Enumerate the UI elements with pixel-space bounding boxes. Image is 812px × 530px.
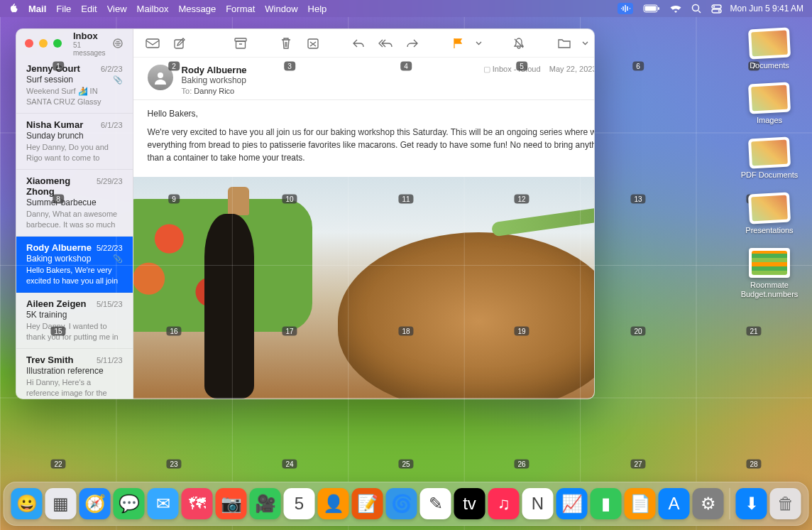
reply-icon[interactable] bbox=[348, 34, 369, 53]
svg-rect-10 bbox=[175, 40, 183, 48]
sender-avatar[interactable] bbox=[148, 65, 173, 90]
menu-edit[interactable]: Edit bbox=[81, 4, 97, 14]
dock-app[interactable]: ✉︎ bbox=[148, 488, 179, 519]
dock-app[interactable]: 💬 bbox=[114, 488, 145, 519]
menu-view[interactable]: View bbox=[107, 4, 127, 14]
dock-app[interactable]: tv bbox=[454, 488, 485, 519]
mute-icon[interactable] bbox=[508, 34, 530, 53]
dock-app[interactable]: ▦ bbox=[45, 488, 77, 519]
dock-app[interactable]: 🌀 bbox=[386, 488, 417, 519]
dock-app[interactable]: 📈 bbox=[556, 488, 588, 519]
list-preview: Hey Danny, I wanted to thank you for put… bbox=[26, 321, 123, 341]
list-subject: Surf session bbox=[26, 75, 73, 85]
dock-app[interactable]: 🎥 bbox=[250, 488, 281, 519]
message-item[interactable]: Trev Smith5/11/23 Illustration reference… bbox=[16, 349, 133, 399]
dock-app[interactable]: A bbox=[659, 488, 690, 519]
zoom-button[interactable] bbox=[53, 39, 62, 48]
folder-icon bbox=[748, 137, 791, 169]
dock-app[interactable]: 5 bbox=[284, 488, 315, 519]
folder-icon bbox=[749, 248, 790, 278]
dock-app[interactable]: 📄 bbox=[625, 488, 656, 519]
desktop-item[interactable]: Images bbox=[738, 83, 801, 125]
desktop-item-label: Roommate Budget.numbers bbox=[738, 281, 801, 299]
svg-point-3 bbox=[692, 5, 698, 11]
desktop-item-label: Presentations bbox=[745, 226, 793, 235]
list-date: 5/15/23 bbox=[97, 300, 123, 308]
message-to-line: To: Danny Rico bbox=[182, 87, 475, 95]
message-item[interactable]: Xiaomeng Zhong5/29/23 Summer barbecue Da… bbox=[16, 170, 133, 237]
dock-app[interactable]: 🧭 bbox=[79, 488, 111, 519]
message-list-pane: Inbox 51 messages Jenny Court6/2/23 Surf… bbox=[16, 29, 133, 399]
message-mailbox-line: ▢ Inbox - iCloud May 22, 2023, 4:45 PM bbox=[483, 65, 595, 74]
close-button[interactable] bbox=[25, 39, 33, 48]
menu-file[interactable]: File bbox=[56, 4, 71, 14]
inbox-label: Inbox bbox=[73, 31, 106, 41]
message-count: 51 messages bbox=[73, 41, 106, 57]
battery-icon[interactable] bbox=[643, 4, 660, 13]
junk-icon[interactable] bbox=[302, 34, 324, 53]
svg-point-5 bbox=[713, 6, 714, 7]
archive-icon[interactable] bbox=[230, 34, 251, 53]
menu-window[interactable]: Window bbox=[265, 4, 297, 14]
message-attachment-image[interactable] bbox=[133, 177, 595, 399]
siri-icon[interactable] bbox=[618, 3, 633, 14]
dock-downloads[interactable]: ⬇︎ bbox=[736, 488, 767, 519]
list-date: 6/2/23 bbox=[101, 65, 123, 73]
dock-app[interactable]: ♫ bbox=[488, 488, 520, 519]
message-text: We're very excited to have you all join … bbox=[148, 126, 595, 164]
control-center-icon[interactable] bbox=[711, 4, 722, 13]
menubar-clock[interactable]: Mon Jun 5 9:41 AM bbox=[730, 4, 803, 13]
menu-message[interactable]: Message bbox=[178, 4, 216, 14]
move-icon[interactable] bbox=[554, 34, 575, 53]
list-subject: Baking workshop bbox=[26, 254, 91, 264]
desktop-item[interactable]: PDF Documents bbox=[738, 138, 801, 180]
dock-app[interactable]: ▮ bbox=[591, 488, 622, 519]
message-recipient[interactable]: Danny Rico bbox=[194, 87, 234, 95]
wifi-icon[interactable] bbox=[670, 4, 681, 13]
message-item[interactable]: Aileen Zeigen5/15/23 5K training Hey Dan… bbox=[16, 293, 133, 349]
desktop-item[interactable]: Roommate Budget.numbers bbox=[738, 248, 801, 299]
dock-app[interactable]: N bbox=[522, 488, 554, 519]
details-link[interactable]: Details bbox=[483, 78, 595, 87]
message-item[interactable]: Jenny Court6/2/23 Surf session📎 Weekend … bbox=[16, 58, 133, 114]
mail-window: Inbox 51 messages Jenny Court6/2/23 Surf… bbox=[16, 28, 595, 399]
attachment-icon: 📎 bbox=[113, 254, 123, 264]
dock-app[interactable]: 😀 bbox=[11, 488, 43, 519]
desktop-item[interactable]: Documents bbox=[738, 28, 801, 70]
list-preview: Weekend Surf 🏄 IN SANTA CRUZ Glassy wave… bbox=[26, 86, 123, 106]
menu-help[interactable]: Help bbox=[308, 4, 327, 14]
dock-app[interactable]: ✎ bbox=[420, 488, 451, 519]
delete-icon[interactable] bbox=[275, 34, 297, 53]
list-preview: Hi Danny, Here's a reference image for t… bbox=[26, 377, 123, 397]
apple-menu[interactable] bbox=[9, 4, 18, 13]
desktop-item-label: Documents bbox=[750, 61, 789, 70]
menu-mailbox[interactable]: Mailbox bbox=[137, 4, 169, 14]
filter-icon[interactable] bbox=[111, 38, 124, 48]
move-chevron-icon[interactable] bbox=[581, 34, 591, 53]
forward-icon[interactable] bbox=[402, 34, 423, 53]
message-item[interactable]: Rody Albuerne5/22/23 Baking workshop📎 He… bbox=[16, 237, 133, 293]
flag-chevron-icon[interactable] bbox=[474, 34, 484, 53]
message-item[interactable]: Nisha Kumar6/1/23 Sunday brunch Hey Dann… bbox=[16, 114, 133, 170]
list-date: 5/22/23 bbox=[97, 244, 123, 252]
list-sender: Xiaomeng Zhong bbox=[26, 175, 97, 197]
folder-icon bbox=[748, 192, 791, 224]
reply-all-icon[interactable] bbox=[375, 34, 396, 53]
list-preview: Hey Danny, Do you and Rigo want to come … bbox=[26, 142, 123, 162]
dock-app[interactable]: 📷 bbox=[216, 488, 247, 519]
dock-app[interactable]: 📝 bbox=[352, 488, 383, 519]
search-icon[interactable] bbox=[691, 4, 701, 13]
dock-trash[interactable]: 🗑 bbox=[770, 488, 801, 519]
dock-app[interactable]: 🗺 bbox=[182, 488, 213, 519]
dock-app[interactable]: 👤 bbox=[318, 488, 349, 519]
list-date: 5/11/23 bbox=[97, 356, 123, 364]
flag-icon[interactable] bbox=[447, 34, 468, 53]
app-name[interactable]: Mail bbox=[28, 4, 46, 14]
menu-format[interactable]: Format bbox=[226, 4, 255, 14]
desktop-item[interactable]: Presentations bbox=[738, 193, 801, 235]
compose-icon[interactable] bbox=[169, 34, 190, 53]
message-subject: Baking workshop bbox=[182, 75, 475, 85]
dock-app[interactable]: ⚙︎ bbox=[693, 488, 724, 519]
get-mail-icon[interactable] bbox=[142, 34, 163, 53]
minimize-button[interactable] bbox=[39, 39, 48, 48]
